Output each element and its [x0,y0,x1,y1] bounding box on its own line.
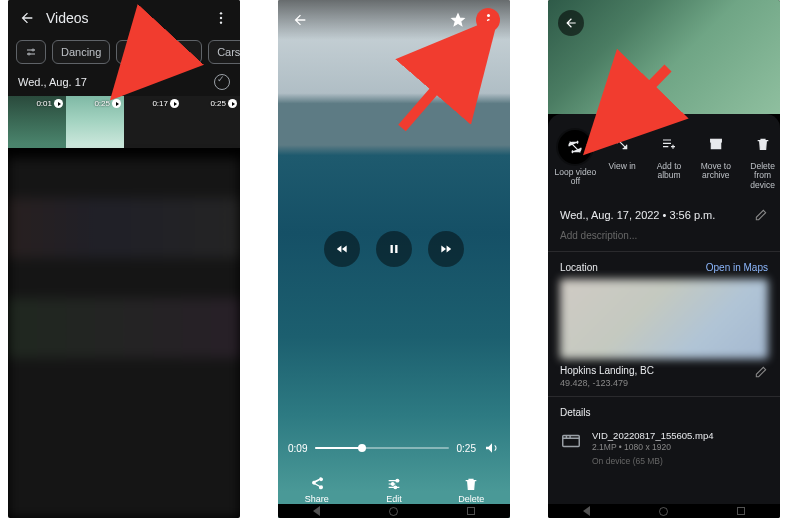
location-map-preview[interactable] [560,279,768,359]
video-thumbnail[interactable]: 0:25 [66,96,124,148]
open-external-icon [608,130,636,158]
date-header: Wed., Aug. 17 [18,76,87,88]
file-resolution: 2.1MP • 1080 x 1920 [592,442,714,452]
filter-chip-location[interactable]: East Vancouver [116,40,202,64]
nav-home-icon[interactable] [389,507,398,516]
screen-videos-list: Videos Dancing East Vancouver Cars Wed.,… [8,0,240,518]
storage-info: On device (65 MB) [560,456,768,466]
svg-point-7 [391,483,394,486]
blurred-content [8,158,240,518]
pause-button[interactable] [376,231,412,267]
open-in-maps-link[interactable]: Open in Maps [706,262,768,273]
nav-recent-icon[interactable] [737,507,745,515]
action-archive[interactable]: Move to archive [692,130,739,190]
rewind-button[interactable] [324,231,360,267]
back-button[interactable] [288,8,312,32]
play-icon [54,99,63,108]
nav-home-icon[interactable] [659,507,668,516]
video-thumbnails: 0:01 0:25 0:17 0:25 [8,96,240,148]
nav-recent-icon[interactable] [467,507,475,515]
play-icon [228,99,237,108]
svg-point-1 [220,17,222,19]
forward-button[interactable] [428,231,464,267]
nav-back-icon[interactable] [313,506,320,516]
svg-point-6 [396,479,399,482]
loop-off-icon [558,130,592,164]
filter-chip-dancing[interactable]: Dancing [52,40,110,64]
back-button[interactable] [558,10,584,36]
action-loop-video[interactable]: Loop video off [552,130,599,190]
action-view-in[interactable]: View in [599,130,646,190]
video-thumbnail[interactable]: 0:01 [8,96,66,148]
select-all-icon[interactable] [214,74,230,90]
video-file-icon [560,430,582,452]
video-thumbnail[interactable]: 0:25 [182,96,240,148]
time-elapsed: 0:09 [288,443,307,454]
add-description-field[interactable]: Add description... [548,230,780,251]
more-icon [481,13,495,27]
delete-button[interactable]: Delete [441,476,501,504]
edit-icon[interactable] [754,365,768,379]
share-button[interactable]: Share [287,476,347,504]
nav-back-icon[interactable] [583,506,590,516]
play-icon [170,99,179,108]
svg-point-2 [220,21,222,23]
edit-icon[interactable] [754,208,768,222]
coordinates: 49.428, -123.479 [560,378,654,388]
more-options-button[interactable] [476,8,500,32]
back-button[interactable] [16,7,38,29]
filter-chip-settings[interactable] [16,40,46,64]
svg-point-3 [32,49,34,51]
svg-rect-11 [563,436,580,447]
android-nav-bar [548,504,780,518]
filter-chip-cars[interactable]: Cars [208,40,240,64]
details-label: Details [560,407,591,418]
file-name: VID_20220817_155605.mp4 [592,430,714,441]
action-add-to-album[interactable]: Add to album [646,130,693,190]
video-thumbnail[interactable]: 0:17 [124,96,182,148]
time-total: 0:25 [457,443,476,454]
location-label: Location [560,262,598,273]
edit-button[interactable]: Edit [364,476,424,504]
filter-chips: Dancing East Vancouver Cars [8,36,240,70]
seek-bar[interactable] [315,447,448,449]
svg-rect-10 [710,139,721,142]
place-name: Hopkins Landing, BC [560,365,654,376]
screen-video-info: Loop video off View in Add to album Move… [548,0,780,518]
favorite-icon[interactable] [446,8,470,32]
delete-icon [749,130,777,158]
play-icon [112,99,121,108]
action-delete[interactable]: Delete from device [739,130,780,190]
svg-point-4 [28,53,30,55]
svg-point-8 [394,486,397,489]
android-nav-bar [278,504,510,518]
playlist-add-icon [655,130,683,158]
photo-timestamp: Wed., Aug. 17, 2022 • 3:56 p.m. [560,209,715,221]
more-icon[interactable] [210,7,232,29]
screen-video-player: 0:09 0:25 Share Edit Delete [278,0,510,518]
info-sheet: Loop video off View in Add to album Move… [548,114,780,504]
svg-point-0 [220,12,222,14]
page-title: Videos [46,10,210,26]
volume-icon[interactable] [484,440,500,456]
archive-icon [702,130,730,158]
